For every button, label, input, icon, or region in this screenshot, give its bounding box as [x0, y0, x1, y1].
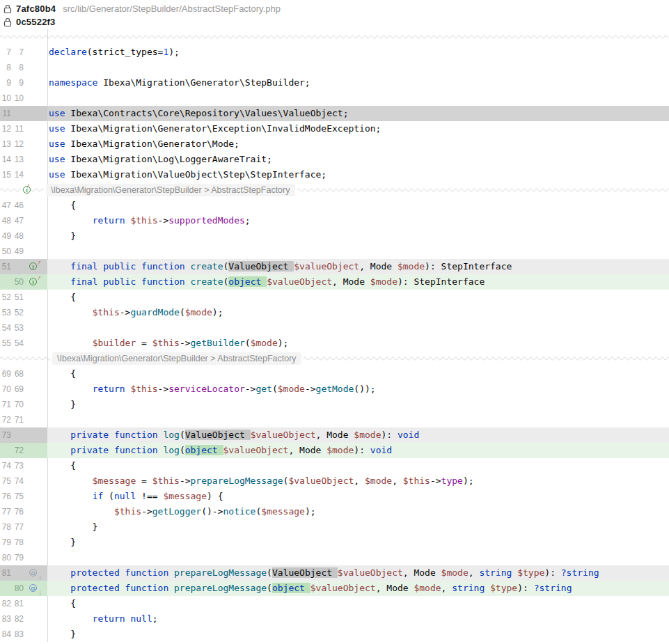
code-token: $mode: [365, 476, 392, 486]
old-line-number: 51: [0, 262, 11, 272]
diff-line: 51I↑ final public function create(ValueO…: [0, 259, 669, 274]
code-token: [109, 430, 114, 440]
diff-line: 50I↑ final public function create(object…: [0, 274, 669, 290]
diff-line: 7978 }: [0, 535, 669, 550]
code-token: Ibexa\Migration\Generator\StepBuilder;: [97, 77, 310, 88]
code-token: (: [272, 384, 278, 394]
new-line-number: 79: [11, 553, 24, 563]
code-token: [168, 567, 174, 578]
new-line-number: 74: [11, 476, 24, 486]
diff-line: 7877 }: [0, 519, 669, 535]
code-token: ):: [381, 430, 397, 440]
implements-method-icon[interactable]: I↑: [29, 261, 40, 272]
overridden-method-icon[interactable]: O↓: [29, 567, 40, 579]
collapsed-region-wave[interactable]: [0, 187, 22, 193]
collapsed-region-wave[interactable]: [304, 356, 669, 361]
code-token: [49, 491, 93, 501]
old-line-number: 84: [0, 629, 11, 639]
word-diff-highlight: object: [228, 276, 267, 287]
collapsed-region-separator[interactable]: [0, 29, 669, 45]
collapsed-region-breadcrumb[interactable]: \Ibexa\Migration\Generator\StepBuilder >…: [52, 352, 301, 365]
code-token: [49, 430, 70, 440]
gutter-icon-slot: I↑: [24, 261, 45, 272]
new-line-number: 81: [11, 599, 24, 608]
code-token: [109, 445, 114, 455]
overridden-method-icon[interactable]: O↓: [29, 583, 40, 594]
old-line-number: 54: [0, 323, 11, 333]
diff-line: 80O↓ protected function prepareLogMessag…: [0, 581, 669, 596]
code-token: ):: [354, 445, 370, 455]
code-token: $message: [163, 491, 207, 501]
diff-line: 1010: [0, 91, 669, 106]
collapsed-region-wave[interactable]: [0, 34, 669, 40]
code-token: [49, 338, 93, 348]
gutter: 1312: [0, 136, 47, 152]
collapsed-region-wave[interactable]: [29, 187, 44, 193]
diff-line: 72 private function log(object $valueObj…: [0, 443, 669, 458]
code-token: getMode: [316, 384, 354, 394]
code-token: ;: [152, 613, 158, 624]
code-line: private function log(object $valueObject…: [47, 443, 669, 458]
code-token: );: [463, 476, 474, 486]
collapsed-region-separator[interactable]: I↑\Ibexa\Migration\Generator\StepBuilder…: [0, 182, 669, 198]
old-line-number: 11: [0, 109, 11, 118]
collapsed-region-wave[interactable]: [0, 356, 50, 361]
code-token: ->: [245, 384, 256, 394]
gutter: 7574: [0, 473, 47, 489]
diff-line: 99namespace Ibexa\Migration\Generator\St…: [0, 75, 669, 91]
code-token: ?string: [534, 583, 572, 593]
code-token: ,: [469, 567, 480, 578]
collapsed-region-breadcrumb[interactable]: \Ibexa\Migration\Generator\StepBuilder >…: [46, 184, 295, 196]
new-line-number: 50: [11, 277, 24, 287]
gutter: 1010: [0, 91, 47, 106]
code-token: );: [168, 47, 180, 57]
lock-icon: [3, 17, 13, 27]
code-token: , Mode: [316, 430, 354, 440]
code-line: private function log(ValueObject $valueO…: [47, 427, 669, 443]
implements-method-icon[interactable]: I↑: [22, 184, 29, 196]
diff-line: 7574 $message = $this->prepareLogMessage…: [0, 473, 669, 489]
code-line: {: [47, 458, 669, 473]
code-token: $this: [93, 307, 120, 317]
new-line-number: 14: [11, 170, 24, 180]
code-token: $builder: [93, 338, 136, 348]
code-token: return: [93, 384, 125, 394]
old-line-number: 74: [0, 461, 11, 471]
diff-line: 7776 $this->getLogger()->notice($message…: [0, 504, 669, 519]
code-token: protected: [70, 583, 119, 593]
code-token: Ibexa\Contracts\Core\Repository\Values\V…: [65, 108, 348, 118]
old-line-number: 49: [0, 231, 11, 241]
new-line-number: 71: [11, 415, 24, 425]
old-line-number: 80: [0, 553, 11, 563]
code-token: ): StepInterface: [425, 261, 512, 272]
diff-line: 5049: [0, 244, 669, 259]
code-line: protected function prepareLogMessage(Val…: [47, 565, 669, 581]
code-line: final public function create(object $val…: [47, 274, 669, 290]
diff-line: 7271: [0, 412, 669, 427]
code-token: serviceLocator: [168, 384, 245, 394]
commit-hash-old: 7afc80b4: [16, 3, 56, 14]
code-token: create: [191, 261, 223, 272]
old-line-number: 75: [0, 476, 11, 486]
new-line-number: 10: [11, 93, 24, 103]
old-line-number: 81: [0, 568, 11, 578]
code-line: [47, 91, 669, 106]
code-token: =: [136, 338, 152, 348]
new-line-number: 77: [11, 522, 24, 532]
collapsed-region-separator[interactable]: \Ibexa\Migration\Generator\StepBuilder >…: [0, 351, 669, 366]
code-token: ->: [180, 476, 191, 486]
commit-row-new: 0c5522f3: [0, 15, 669, 29]
code-token: [136, 276, 141, 287]
code-token: getLogger: [152, 506, 201, 517]
collapsed-region-wave[interactable]: [297, 187, 669, 193]
code-token: $type: [490, 583, 517, 593]
diff-line: 1413use Ibexa\Migration\Log\LoggerAwareT…: [0, 152, 669, 167]
gutter: 72: [0, 443, 47, 458]
code-token: void: [398, 430, 419, 440]
diff-line: 7473 {: [0, 458, 669, 473]
code-line: use Ibexa\Migration\ValueObject\Step\Ste…: [47, 167, 669, 182]
implements-method-icon[interactable]: I↑: [29, 276, 40, 288]
code-token: [49, 384, 93, 394]
code-token: ->: [305, 384, 316, 394]
code-token: =: [136, 476, 152, 486]
